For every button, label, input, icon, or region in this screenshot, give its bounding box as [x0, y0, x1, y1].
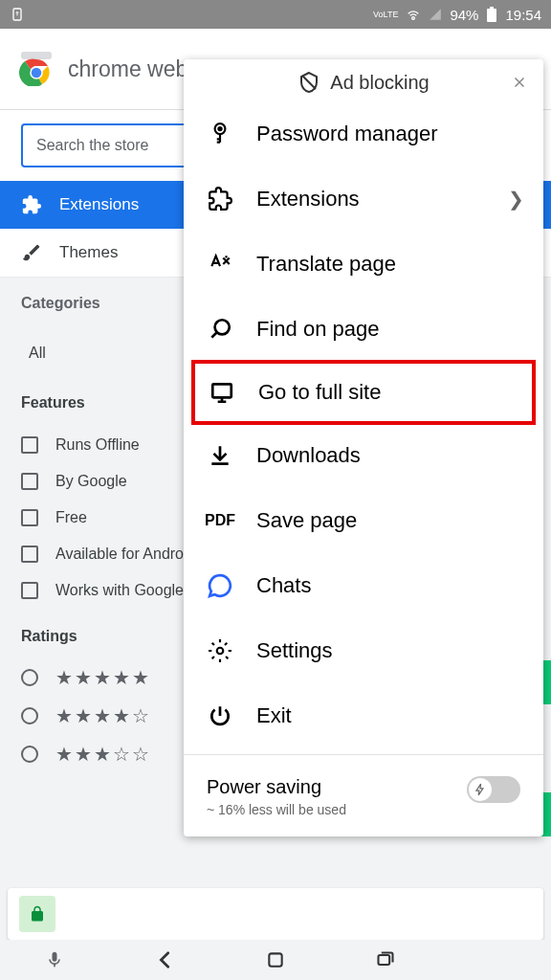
checkbox-icon	[21, 473, 38, 490]
gear-icon	[207, 637, 233, 664]
power-saving-title: Power saving	[207, 776, 346, 798]
mic-icon[interactable]	[45, 950, 64, 969]
menu-settings[interactable]: Settings	[184, 618, 543, 683]
svg-point-11	[218, 127, 221, 130]
menu-power-saving[interactable]: Power saving ~ 16% less will be used	[184, 761, 543, 836]
wifi-icon	[406, 7, 421, 22]
radio-icon	[21, 746, 38, 763]
signal-icon	[429, 8, 442, 21]
chevron-right-icon: ❯	[508, 188, 524, 211]
address-bar[interactable]	[8, 888, 543, 940]
battery-icon	[486, 7, 497, 22]
menu-top-label: Ad blocking	[330, 72, 429, 94]
menu-save-page[interactable]: PDF Save page	[184, 488, 543, 553]
status-left	[10, 7, 25, 22]
power-icon	[207, 702, 233, 729]
menu-chats[interactable]: Chats	[184, 553, 543, 618]
menu-exit[interactable]: Exit	[184, 683, 543, 748]
status-time: 19:54	[505, 7, 541, 23]
puzzle-icon	[207, 186, 233, 212]
desktop-icon	[209, 379, 235, 406]
checkbox-icon	[21, 546, 38, 563]
stars-icon: ★★★★★	[55, 666, 151, 689]
svg-point-12	[215, 320, 230, 334]
menu-extensions[interactable]: Extensions ❯	[184, 167, 543, 232]
svg-line-9	[302, 76, 316, 89]
puzzle-icon	[21, 194, 42, 215]
nav-extensions-label: Extensions	[59, 195, 139, 214]
lock-icon	[29, 905, 46, 923]
svg-rect-1	[487, 9, 496, 22]
download-icon	[207, 442, 233, 469]
radio-icon	[21, 669, 38, 686]
status-bar: VoLTE 94% 19:54	[0, 0, 551, 29]
stars-icon: ★★★☆☆	[55, 743, 151, 766]
svg-point-14	[217, 648, 224, 655]
chrome-logo-icon	[19, 52, 54, 86]
close-icon[interactable]	[511, 74, 528, 91]
svg-rect-3	[21, 52, 52, 59]
stars-icon: ★★★★☆	[55, 704, 151, 727]
svg-rect-7	[269, 953, 281, 966]
menu-translate[interactable]: Translate page	[184, 232, 543, 297]
menu-downloads[interactable]: Downloads	[184, 423, 543, 488]
search-icon	[207, 316, 233, 343]
checkbox-icon	[21, 436, 38, 454]
power-saving-toggle[interactable]	[467, 776, 520, 803]
brush-icon	[21, 242, 42, 263]
menu-top-row[interactable]: Ad blocking	[184, 59, 543, 101]
browser-menu: Ad blocking Password manager Extensions …	[184, 59, 543, 836]
menu-find[interactable]: Find on page	[184, 297, 543, 362]
nav-themes-label: Themes	[59, 243, 118, 262]
home-icon[interactable]	[266, 950, 285, 969]
menu-full-site[interactable]: Go to full site	[191, 360, 536, 425]
svg-rect-13	[212, 384, 231, 397]
recycle-icon	[10, 7, 25, 22]
back-icon[interactable]	[155, 949, 176, 970]
svg-rect-2	[490, 7, 494, 9]
svg-rect-8	[379, 955, 390, 965]
lock-badge[interactable]	[19, 896, 55, 932]
translate-icon	[207, 251, 233, 278]
checkbox-icon	[21, 582, 38, 599]
power-saving-subtitle: ~ 16% less will be used	[207, 802, 346, 817]
pdf-icon: PDF	[207, 507, 233, 534]
status-right: VoLTE 94% 19:54	[373, 7, 541, 23]
chat-icon	[207, 572, 233, 599]
system-nav-bar	[0, 940, 551, 980]
toggle-knob	[469, 778, 492, 801]
shield-off-icon	[298, 71, 320, 94]
checkbox-icon	[21, 509, 38, 526]
volte-indicator: VoLTE	[373, 11, 398, 19]
bolt-icon	[474, 783, 487, 796]
menu-password-manager[interactable]: Password manager	[184, 101, 543, 167]
battery-percent: 94%	[450, 7, 478, 23]
recent-icon[interactable]	[375, 950, 396, 969]
key-icon	[207, 121, 233, 147]
radio-icon	[21, 707, 38, 724]
divider	[184, 754, 543, 755]
